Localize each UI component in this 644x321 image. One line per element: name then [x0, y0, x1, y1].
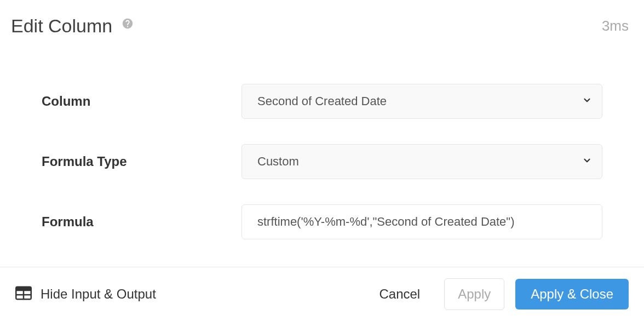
- timing-badge: 3ms: [602, 18, 629, 35]
- svg-rect-3: [17, 295, 23, 299]
- formula-type-value: Custom: [257, 154, 299, 169]
- chevron-down-icon: [582, 154, 592, 169]
- footer-actions: Cancel Apply Apply & Close: [366, 278, 629, 310]
- svg-rect-4: [24, 295, 30, 299]
- column-value: Second of Created Date: [257, 94, 387, 108]
- dialog-footer: Hide Input & Output Cancel Apply Apply &…: [0, 267, 644, 321]
- cancel-button[interactable]: Cancel: [366, 279, 433, 309]
- column-label: Column: [42, 94, 242, 109]
- form-row-column: Column Second of Created Date: [42, 84, 602, 119]
- apply-close-button[interactable]: Apply & Close: [515, 279, 629, 309]
- column-select[interactable]: Second of Created Date: [242, 84, 602, 119]
- svg-rect-1: [17, 291, 23, 294]
- formula-type-label: Formula Type: [42, 154, 242, 169]
- table-icon: [15, 286, 32, 302]
- toggle-io-label: Hide Input & Output: [41, 286, 156, 302]
- title-wrap: Edit Column: [11, 15, 134, 37]
- apply-button[interactable]: Apply: [444, 278, 504, 310]
- help-icon[interactable]: [121, 17, 134, 30]
- chevron-down-icon: [582, 94, 592, 108]
- form-area: Column Second of Created Date Formula Ty…: [0, 68, 644, 239]
- formula-label: Formula: [42, 214, 242, 230]
- dialog-header: Edit Column 3ms: [0, 0, 644, 37]
- toggle-io-button[interactable]: Hide Input & Output: [15, 286, 156, 302]
- page-title: Edit Column: [11, 15, 112, 37]
- formula-input[interactable]: [242, 204, 602, 239]
- form-row-formula-type: Formula Type Custom: [42, 144, 602, 179]
- formula-type-select[interactable]: Custom: [242, 144, 602, 179]
- form-row-formula: Formula: [42, 204, 602, 239]
- svg-rect-2: [24, 291, 30, 294]
